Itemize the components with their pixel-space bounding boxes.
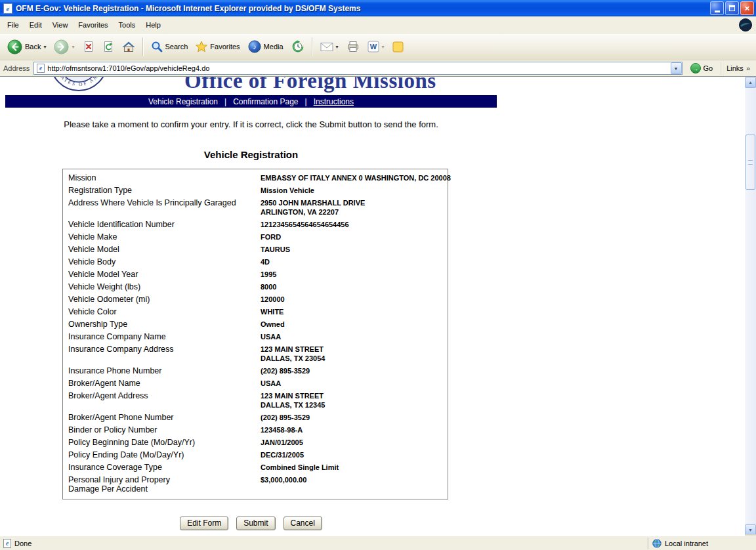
svg-text:e: e — [39, 65, 42, 72]
svg-text:♪: ♪ — [253, 43, 257, 51]
mail-dropdown-icon[interactable]: ▾ — [336, 44, 339, 50]
address-label: Address — [3, 64, 30, 72]
home-button[interactable] — [119, 39, 138, 54]
field-value: 1995 — [261, 268, 448, 280]
maximize-button[interactable] — [725, 1, 739, 15]
field-label: Mission — [63, 171, 261, 184]
stop-button[interactable] — [79, 39, 98, 54]
search-button[interactable]: Search — [148, 39, 192, 54]
maximize-icon — [729, 5, 735, 11]
nav-item-instructions[interactable]: Instructions — [314, 97, 354, 106]
menu-item-view[interactable]: View — [47, 18, 74, 32]
table-row: Policy Ending Date (Mo/Day/Yr)DEC/31/200… — [63, 448, 448, 461]
print-button[interactable] — [343, 39, 363, 54]
field-label: Insurance Coverage Type — [63, 461, 261, 473]
scrollbar-thumb[interactable] — [746, 135, 755, 190]
form-buttons: Edit FormSubmitCancel — [5, 517, 497, 530]
field-value: 123458-98-A — [261, 423, 448, 436]
scroll-down-button[interactable]: ▼ — [745, 524, 756, 536]
menu-item-edit[interactable]: Edit — [24, 18, 47, 32]
table-row: Ownership TypeOwned — [63, 318, 448, 330]
nav-separator: | — [305, 97, 307, 106]
discuss-button[interactable] — [389, 39, 407, 54]
scrollbar-track[interactable] — [745, 88, 756, 524]
links-bar[interactable]: Links » — [721, 62, 753, 75]
close-button[interactable]: × — [740, 1, 754, 15]
table-row: Vehicle Body4D — [63, 255, 448, 268]
table-row: Vehicle MakeFORD — [63, 230, 448, 243]
field-label: Binder or Policy Number — [63, 423, 261, 436]
window-controls: × — [710, 1, 754, 15]
mail-button[interactable]: ▾ — [317, 40, 342, 54]
security-zone-pane: Local intranet — [648, 538, 756, 549]
cancel-button[interactable]: Cancel — [284, 517, 322, 530]
menu-item-file[interactable]: File — [2, 18, 24, 32]
address-bar: Address e ▼ → Go Links » — [0, 60, 756, 77]
field-label: Policy Beginning Date (Mo/Day/Yr) — [63, 436, 261, 448]
edit-form-button[interactable]: Edit Form — [180, 517, 228, 530]
submit-button[interactable]: Submit — [236, 517, 275, 530]
forward-icon — [54, 39, 69, 54]
field-label: Vehicle Body — [63, 255, 261, 268]
address-combobox: e ▼ — [33, 62, 682, 75]
menu-item-favorites[interactable]: Favorites — [73, 18, 113, 32]
field-label: Vehicle Weight (lbs) — [63, 280, 261, 293]
forward-button[interactable]: ▾ — [51, 37, 77, 56]
back-dropdown-icon[interactable]: ▾ — [43, 44, 46, 50]
refresh-icon — [102, 41, 114, 53]
nav-separator: | — [224, 97, 226, 106]
search-icon — [151, 41, 163, 53]
minimize-button[interactable] — [710, 1, 724, 15]
table-row: Insurance Phone Number(202) 895-3529 — [63, 364, 448, 377]
field-value: USAA — [261, 330, 448, 343]
form-title: Vehicle Registration — [5, 149, 497, 160]
table-row: Vehicle ModelTAURUS — [63, 243, 448, 255]
field-label: Broker/Agent Name — [63, 377, 261, 389]
print-icon — [346, 41, 360, 53]
field-label: Vehicle Odometer (mi) — [63, 293, 261, 305]
history-icon — [291, 40, 304, 53]
go-button[interactable]: → Go — [686, 62, 717, 74]
page-favicon: e — [34, 64, 47, 73]
address-dropdown-button[interactable]: ▼ — [671, 62, 682, 74]
go-arrow-icon: → — [690, 63, 701, 74]
field-value: (202) 895-3529 — [261, 364, 448, 377]
menu-item-help[interactable]: Help — [140, 18, 166, 32]
toolbar-separator — [142, 37, 144, 56]
registration-table: MissionEMBASSY OF ITALY ANNEX 0 WASHINGT… — [62, 169, 448, 499]
word-icon: W — [368, 41, 379, 53]
scroll-up-button[interactable]: ▲ — [745, 77, 756, 88]
ofm-seal-logo: STATES OF AME — [49, 77, 108, 92]
globe-icon — [652, 539, 662, 548]
page-nav: Vehicle Registration|Confirmation Page|I… — [5, 95, 497, 108]
table-row: Vehicle Model Year1995 — [63, 268, 448, 280]
home-icon — [122, 41, 135, 53]
field-label: Policy Ending Date (Mo/Day/Yr) — [63, 448, 261, 461]
nav-item-confirmation-page[interactable]: Confirmation Page — [233, 97, 298, 106]
back-label: Back — [25, 43, 41, 51]
mail-icon — [320, 42, 333, 52]
stop-icon — [83, 41, 94, 53]
toolbar-separator — [312, 37, 313, 56]
status-text: Done — [14, 539, 32, 547]
address-input[interactable] — [47, 63, 670, 74]
media-button[interactable]: ♪ Media — [245, 38, 287, 55]
page-content: STATES OF AME Office of Foreign Missions… — [0, 77, 745, 536]
close-icon: × — [745, 4, 750, 12]
field-value: WHITE — [261, 305, 448, 318]
field-label: Broker/Agent Address — [63, 389, 261, 411]
favorites-button[interactable]: Favorites — [192, 39, 243, 54]
table-row: Broker/Agent Address123 MAIN STREET DALL… — [63, 389, 448, 411]
field-value: Combined Single Limit — [261, 461, 448, 473]
field-value: TAURUS — [261, 243, 448, 255]
refresh-button[interactable] — [99, 39, 117, 54]
menu-item-tools[interactable]: Tools — [114, 18, 141, 32]
field-value: 123 MAIN STREET DALLAS, TX 23054 — [261, 343, 448, 364]
history-button[interactable] — [288, 38, 308, 55]
edit-with-word-button[interactable]: W ▾ — [364, 39, 388, 54]
back-button[interactable]: Back ▾ — [4, 37, 49, 56]
svg-text:e: e — [6, 540, 9, 547]
nav-item-vehicle-registration[interactable]: Vehicle Registration — [148, 97, 218, 106]
table-row: MissionEMBASSY OF ITALY ANNEX 0 WASHINGT… — [63, 171, 448, 184]
status-pane: e Done — [0, 539, 648, 548]
